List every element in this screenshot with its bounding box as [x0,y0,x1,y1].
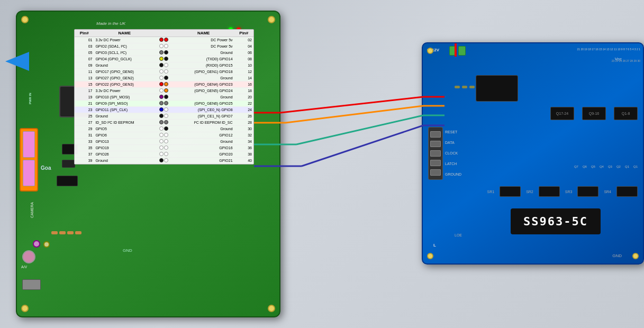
av-port [22,250,35,263]
gpio-row-1: 013.3v DC Power DC Power 5v02 [75,37,253,43]
made-in-uk-label: Made in the UK [96,21,125,26]
ic-chip-arduino [476,75,518,102]
gpio-row-12: 23GPIO11 (SPI_CLK) (SPI_CE0_N) GPIO824 [75,107,253,113]
sr3-chip [577,186,598,197]
usb-ports [20,128,38,192]
sr-chips-row2: SR1 SR2 SR3 SR4 [487,186,638,197]
pin-row-top: 21 20 19 18 17 16 15 14 13 12 11 10 9 8 … [577,48,640,51]
connector-pin-clock [430,150,441,157]
gpio-row-18: 35GPIO19 GPIO1636 [75,145,253,151]
arduino-board: 6..12V Vcc RESET DATA CLOCK LATCH GROUND [422,42,644,265]
power-wire-red [455,43,457,57]
gpio-row-14: 27ID_SD I²C ID EEPROM I²C ID EEPROM ID_S… [75,120,253,126]
connector-pin-data [430,141,441,147]
sr1-chip [500,186,521,197]
col-name-l: NAME [94,30,155,37]
sr2-label: SR2 [526,190,533,194]
connector-labels: RESET DATA CLOCK LATCH GROUND [445,127,461,180]
corner-hole-tl [21,16,29,23]
sr-chip-q9: Q9-16 [582,107,606,120]
main-scene: Made in the UK A/V CAMERA PWR IN Goa [0,0,644,328]
sr-chips-row1: Q17-24 Q9-16 Q1-8 [550,107,638,120]
gpio-row-17: 33GPIO13 Ground34 [75,139,253,145]
wire-orange-diagonal [286,106,423,123]
wire-red-diagonal [280,97,423,113]
chip-3 [57,176,78,186]
label-latch: LATCH [445,159,461,169]
goa-label: Goa [41,165,51,171]
gpio-row-15: 29GPIO5 Ground30 [75,126,253,132]
usb-port-1 [23,131,35,158]
capacitor-2 [43,241,50,248]
gpio-table: Pin# NAME NAME Pin# 013.3v DC Power DC P… [74,29,254,165]
power-terminals [449,46,466,56]
hdmi-port [22,279,41,290]
sr-chip-q1: Q1-8 [614,107,638,120]
capacitor-1 [33,240,40,248]
loe-label: LOE [455,233,462,237]
connector-pin-latch [430,160,441,166]
resistors-row [51,231,81,234]
gpio-row-3: 05GPIO3 (SCL1, I²C) Ground06 [75,50,253,56]
av-label: A/V [21,265,27,269]
gpio-row-11: 21GPIO9 (SPI_MISO) (GPIO_GEN6) GPIO2522 [75,101,253,107]
col-name-r: NAME [173,30,234,37]
l-marker: L [433,243,436,248]
q-labels-row1: Q7Q6Q5Q4Q3Q2Q1Q1 [574,165,638,168]
pin-headers-top: 23 24 25 26 27 28 29 30 [612,59,640,62]
gpio-row-19: 37GPIO26 GPIO2038 [75,151,253,158]
sr1-label: SR1 [487,190,495,194]
gpio-row-7: 13GPIO27 (GPIO_GEN2) Ground14 [75,75,253,81]
connector-pin-reset [430,131,441,138]
corner-hole-bl [21,305,29,312]
gnd-label: GND [123,248,132,253]
sr2-chip [539,186,560,197]
connector-block [428,127,443,180]
ss963-chip-label: SS963-5C [511,208,601,234]
gpio-row-8: 15GPIO22 (GPIO_GEN3) (GPIO_GEN4) GPIO231… [75,81,253,88]
gpio-row-6: 11GPIO17 (GPIO_GEN0) (GPIO_GEN1) GPIO181… [75,69,253,75]
col-dots [155,30,173,37]
arduino-hole-bl [427,253,433,259]
gpio-row-2: 03GPIO2 (SDA1, I²C) DC Power 5v04 [75,43,253,50]
arduino-hole-br [632,253,639,259]
col-pin-l: Pin# [75,30,94,37]
arrow-indicator [5,52,29,71]
col-pin-r: Pin# [234,30,253,37]
pwr-in-label: PWR IN [29,93,32,104]
gpio-row-4: 07GPIO4 (GPIO_GCLK) (TXD0) GPIO1408 [75,56,253,62]
sr4-label: SR4 [604,190,611,194]
camera-label: CAMERA [30,202,34,218]
gpio-row-10: 19GPIO10 (SPI_MOSI) Ground20 [75,94,253,101]
wire-blue-diagonal [302,125,423,166]
corner-hole-br [268,305,275,312]
label-reset: RESET [445,127,461,138]
connector-pin-ground [430,169,441,176]
label-clock: CLOCK [445,148,461,159]
gpio-row-16: 31GPIO6 GPIO1232 [75,132,253,139]
gnd-arduino-label: GND [612,253,622,258]
chip-2 [62,160,75,168]
corner-hole-tr [268,16,275,23]
arduino-resistors [455,86,475,88]
gpio-row-20: 39Ground GPIO2140 [75,158,253,164]
arduino-hole-tl [427,48,433,54]
gpio-row-13: 25Ground (SPI_CE1_N) GPIO726 [75,113,253,120]
label-data: DATA [445,138,461,148]
label-ground: GROUND [445,169,461,180]
sr3-label: SR3 [565,190,573,194]
sr-chip-q17: Q17-24 [550,107,574,120]
arrow-shape [5,52,29,71]
gpio-row-9: 173.3v DC Power (GPIO_GEN5) GPIO2418 [75,88,253,94]
sr4-chip [616,186,638,197]
wire-green-diagonal [296,115,423,144]
gpio-row-5: 09Ground (RXD0) GPIO1510 [75,62,253,69]
usb-port-2 [23,160,35,186]
